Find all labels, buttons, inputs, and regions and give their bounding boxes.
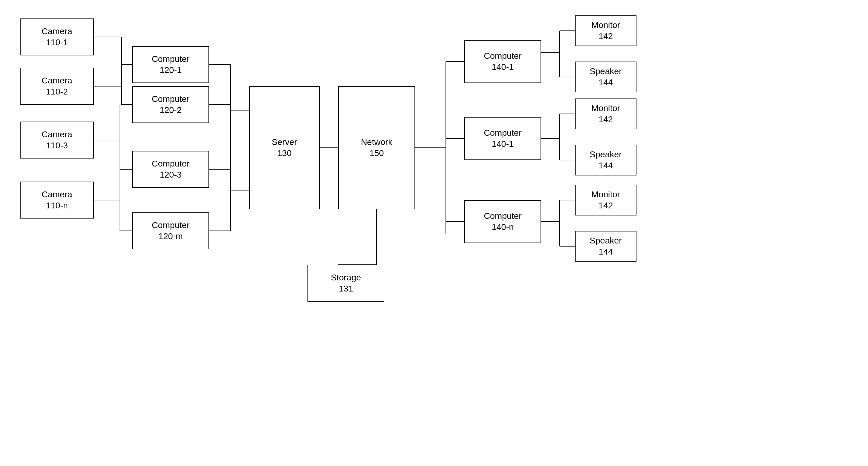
monitor-142c: Monitor 142 [575,185,637,215]
network-diagram: Camera 110-1 Camera 110-2 Camera 110-3 C… [0,0,868,466]
camera-110-3: Camera 110-3 [20,122,94,158]
computer-120-1: Computer 120-1 [132,46,209,83]
computer-140-1b: Computer 140-1 [464,117,541,160]
camera-110-1: Camera 110-1 [20,19,94,55]
speaker-144c: Speaker 144 [575,231,637,262]
connection-lines [0,0,868,466]
storage-131: Storage 131 [308,265,384,302]
speaker-144b: Speaker 144 [575,145,637,175]
monitor-142a: Monitor 142 [575,16,637,46]
server-130: Server 130 [249,86,320,209]
camera-110-n: Camera 110-n [20,182,94,219]
computer-140-1a: Computer 140-1 [464,40,541,83]
computer-120-m: Computer 120-m [132,212,209,249]
monitor-142b: Monitor 142 [575,98,637,129]
network-150: Network 150 [338,86,415,209]
computer-120-3: Computer 120-3 [132,151,209,188]
computer-120-2: Computer 120-2 [132,86,209,123]
camera-110-2: Camera 110-2 [20,68,94,105]
computer-140-n: Computer 140-n [464,200,541,243]
speaker-144a: Speaker 144 [575,62,637,92]
